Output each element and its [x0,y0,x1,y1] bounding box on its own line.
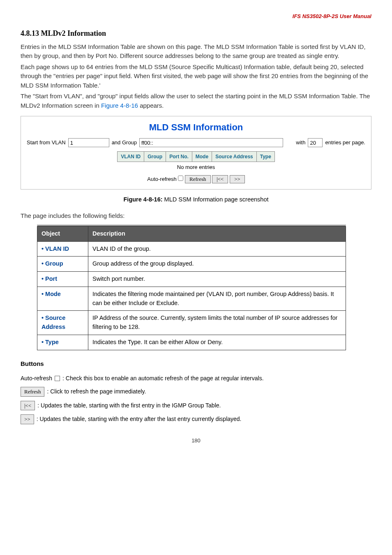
object-table: Object Description •VLAN ID VLAN ID of t… [37,225,346,350]
auto-refresh-label: Auto-refresh [147,176,177,182]
first-desc-row: |<< : Updates the table, starting with t… [21,401,371,411]
refresh-button[interactable]: Refresh [185,175,210,183]
controls-row: Start from VLAN and Group with entries p… [27,138,365,147]
and-group-label: and Group [112,139,137,147]
auto-refresh-prefix: Auto-refresh [21,374,52,383]
start-from-label: Start from VLAN [27,139,66,147]
obj-desc: Group address of the group displayed. [88,257,346,272]
obj-desc: VLAN ID of the group. [88,241,346,257]
next-desc: : Updates the table, starting with the e… [37,415,242,423]
table-row: •Port Switch port number. [37,272,346,287]
obj-label: VLAN ID [45,245,69,252]
table-row: •Mode Indicates the filtering mode maint… [37,287,346,311]
obj-label: Group [45,260,63,267]
next-desc-row: >> : Updates the table, starting with th… [21,414,371,424]
auto-refresh-desc-row: Auto-refresh : Check this box to enable … [21,374,371,383]
refresh-desc-row: Refresh : Click to refresh the page imme… [21,387,371,397]
page-number: 180 [21,437,371,445]
fields-intro: The page includes the following fields: [21,211,371,221]
body-para-3a: The "Start from VLAN", and "group" input… [21,92,370,109]
first-desc: : Updates the table, starting with the f… [37,401,221,410]
start-vlan-input[interactable] [68,138,109,147]
next-button-icon: >> [21,414,34,424]
head-description: Description [88,226,346,241]
checkbox-icon [55,376,60,381]
auto-refresh-desc: : Check this box to enable an automatic … [62,374,264,383]
with-label: with [296,139,305,147]
button-row: Auto-refresh Refresh |<< >> [27,175,365,183]
figure-screenshot: MLD SSM Information Start from VLAN and … [21,116,371,190]
col-source-address: Source Address [212,152,257,162]
col-portno: Port No. [166,152,192,162]
obj-label: Port [45,275,57,282]
obj-desc: Switch port number. [88,272,346,287]
table-row: •Group Group address of the group displa… [37,257,346,272]
section-heading: 4.8.13 MLDv2 Information [21,28,371,39]
caption-text: MLD SSM Information page screenshot [164,196,269,203]
auto-refresh-checkbox[interactable] [178,176,183,181]
refresh-desc: : Click to refresh the page immediately. [47,387,146,396]
body-para-3: The "Start from VLAN", and "group" input… [21,92,371,110]
figure-link[interactable]: Figure 4-8-16 [101,102,138,109]
col-mode: Mode [192,152,212,162]
obj-label: Mode [45,291,61,297]
col-vlanid: VLAN ID [118,152,144,162]
body-para-1: Entries in the MLD SSM Information Table… [21,42,371,61]
figure-caption: Figure 4-8-16: MLD SSM Information page … [21,195,371,204]
obj-desc: IP Address of the source. Currently, sys… [88,311,346,335]
figure-title: MLD SSM Information [27,120,365,134]
obj-label: Type [45,339,59,345]
col-type: Type [256,152,274,162]
col-group: Group [144,152,166,162]
buttons-heading: Buttons [21,359,371,369]
caption-prefix: Figure 4-8-16: [124,196,164,203]
head-object: Object [37,226,88,241]
no-more-entries: No more entries [118,162,275,173]
next-page-button[interactable]: >> [230,175,245,183]
first-page-button[interactable]: |<< [212,175,228,183]
table-row: •VLAN ID VLAN ID of the group. [37,241,346,257]
body-para-2: Each page shows up to 64 entries from th… [21,62,371,90]
refresh-button-icon: Refresh [21,387,44,397]
entries-per-page-label: entries per page. [325,139,365,147]
group-input[interactable] [139,138,283,147]
table-row: •Type Indicates the Type. It can be eith… [37,335,346,350]
first-button-icon: |<< [21,401,35,411]
obj-desc: Indicates the filtering mode maintained … [88,287,346,311]
page-header: IFS NS3502-8P-2S User Manual [21,12,371,21]
table-row: •Source Address IP Address of the source… [37,311,346,335]
obj-desc: Indicates the Type. It can be either All… [88,335,346,350]
obj-label: Source Address [42,314,65,330]
entries-input[interactable] [308,138,323,147]
mld-info-table: VLAN ID Group Port No. Mode Source Addre… [117,151,275,173]
body-para-3b: appears. [138,102,164,109]
